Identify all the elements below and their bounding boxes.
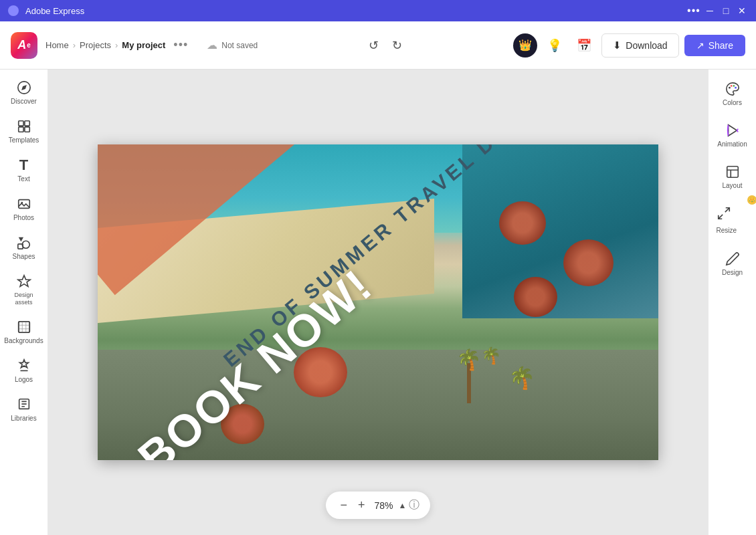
zoom-value: 78% <box>372 500 396 511</box>
sidebar-item-templates[interactable]: Templates <box>4 114 44 150</box>
share-icon: ↗ <box>696 40 704 51</box>
title-bar: Adobe Express ••• ─ □ ✕ <box>0 0 756 21</box>
undo-redo-group: ↺ ↻ <box>365 35 406 56</box>
sidebar-item-shapes[interactable]: Shapes <box>4 230 44 266</box>
svg-point-13 <box>729 87 731 89</box>
sidebar-item-logos[interactable]: Logos <box>4 353 44 389</box>
breadcrumb-current: My project <box>122 40 165 50</box>
sidebar-label-photos: Photos <box>13 214 34 222</box>
left-sidebar: Discover Templates T Text Photos <box>0 70 48 535</box>
breadcrumb-projects[interactable]: Projects <box>80 40 111 50</box>
breadcrumb-sep1: › <box>73 40 76 50</box>
logos-icon <box>17 358 31 373</box>
sidebar-item-libraries[interactable]: Libraries <box>4 392 44 428</box>
bulb-button[interactable]: 💡 <box>543 33 567 58</box>
right-sidebar-label-animation: Animation <box>717 140 747 148</box>
header-left: A e Home › Projects › My project ••• ☁ N… <box>11 32 258 59</box>
svg-point-15 <box>733 85 735 87</box>
right-sidebar-label-layout: Layout <box>722 182 742 190</box>
breadcrumb: Home › Projects › My project <box>45 40 165 50</box>
right-sidebar: Colors Animation Layout 👑 Resize <box>708 70 756 535</box>
breadcrumb-sep2: › <box>115 40 118 50</box>
sidebar-item-photos[interactable]: Photos <box>4 191 44 227</box>
right-sidebar-item-layout[interactable]: Layout <box>713 158 753 197</box>
save-status: Not saved <box>221 41 258 50</box>
sidebar-label-libraries: Libraries <box>11 415 36 423</box>
maximize-button[interactable]: □ <box>720 5 732 17</box>
right-sidebar-item-animation[interactable]: Animation <box>713 116 753 155</box>
app-icon <box>8 5 19 16</box>
svg-rect-5 <box>24 127 29 132</box>
sidebar-label-templates: Templates <box>9 136 39 144</box>
sidebar-label-backgrounds: Backgrounds <box>4 337 43 345</box>
sidebar-item-backgrounds[interactable]: Backgrounds <box>4 314 44 350</box>
zoom-up-chevron[interactable]: ▲ <box>399 501 407 510</box>
sidebar-item-design-assets[interactable]: Design assets <box>4 269 44 312</box>
close-button[interactable]: ✕ <box>736 5 748 17</box>
design-canvas[interactable]: 🌴 🌴 🌴 BOOK NOW! END OF SUMMER TRAVEL DEA… <box>98 144 658 460</box>
svg-marker-1 <box>21 85 27 90</box>
svg-rect-2 <box>18 121 23 126</box>
libraries-icon <box>17 397 31 412</box>
right-sidebar-label-colors: Colors <box>723 99 742 107</box>
share-button[interactable]: ↗ Share <box>684 35 745 56</box>
zoom-info-button[interactable]: ⓘ <box>409 498 419 512</box>
breadcrumb-home[interactable]: Home <box>45 40 69 50</box>
download-button[interactable]: ⬇ Download <box>601 33 678 58</box>
main-area: Discover Templates T Text Photos <box>0 70 756 535</box>
sidebar-label-logos: Logos <box>15 376 33 384</box>
undo-button[interactable]: ↺ <box>365 35 383 56</box>
backgrounds-icon <box>17 320 31 334</box>
layout-icon <box>725 165 740 179</box>
redo-button[interactable]: ↻ <box>388 35 406 56</box>
svg-rect-3 <box>24 121 29 126</box>
header-center: ↺ ↻ <box>365 35 406 56</box>
svg-rect-18 <box>727 167 738 178</box>
animation-icon <box>725 123 740 138</box>
minimize-button[interactable]: ─ <box>704 5 716 17</box>
app-title: Adobe Express <box>25 6 84 16</box>
shapes-icon <box>17 235 31 250</box>
svg-rect-12 <box>18 321 29 332</box>
right-sidebar-item-colors[interactable]: Colors <box>713 75 753 114</box>
header-bar: A e Home › Projects › My project ••• ☁ N… <box>0 21 756 70</box>
svg-point-14 <box>730 85 732 87</box>
photos-icon <box>17 197 31 211</box>
svg-marker-9 <box>18 237 23 241</box>
sidebar-label-design-assets: Design assets <box>8 292 40 306</box>
sidebar-label-discover: Discover <box>11 98 37 106</box>
header-right: 👑 💡 📅 ⬇ Download ↗ Share <box>513 33 745 58</box>
sidebar-item-text[interactable]: T Text <box>4 152 44 189</box>
right-sidebar-label-design: Design <box>722 269 743 277</box>
cloud-icon: ☁ <box>207 39 217 51</box>
window-controls[interactable]: ••• ─ □ ✕ <box>688 5 748 17</box>
svg-rect-4 <box>18 127 23 132</box>
zoom-out-button[interactable]: − <box>337 497 352 514</box>
app-logo: A e <box>11 32 37 59</box>
project-more-button[interactable]: ••• <box>173 38 188 52</box>
zoom-in-button[interactable]: + <box>354 497 369 514</box>
download-label: Download <box>626 40 667 51</box>
download-icon: ⬇ <box>613 39 622 51</box>
avatar[interactable]: 👑 <box>513 33 537 58</box>
palette-icon <box>725 82 740 96</box>
svg-marker-17 <box>728 125 737 136</box>
window-more-button[interactable]: ••• <box>688 5 700 17</box>
resize-icon <box>717 206 731 221</box>
text-icon: T <box>19 158 28 173</box>
calendar-button[interactable]: 📅 <box>572 33 596 58</box>
right-sidebar-label-resize: Resize <box>717 227 737 234</box>
right-sidebar-item-design[interactable]: Design <box>713 245 753 284</box>
svg-rect-6 <box>18 200 29 209</box>
sidebar-label-text: Text <box>17 175 29 183</box>
design-assets-icon <box>17 274 31 289</box>
share-label: Share <box>708 40 733 51</box>
design-icon <box>725 251 740 266</box>
svg-point-16 <box>735 87 737 89</box>
templates-icon <box>17 119 31 134</box>
canvas-area: 🌴 🌴 🌴 BOOK NOW! END OF SUMMER TRAVEL DEA… <box>48 70 708 535</box>
sidebar-item-discover[interactable]: Discover <box>4 75 44 111</box>
right-sidebar-item-resize[interactable]: 👑 Resize <box>713 199 753 242</box>
resize-crown-badge: 👑 <box>747 195 757 205</box>
zoom-bar: − + 78% ▲ ⓘ <box>326 492 431 519</box>
